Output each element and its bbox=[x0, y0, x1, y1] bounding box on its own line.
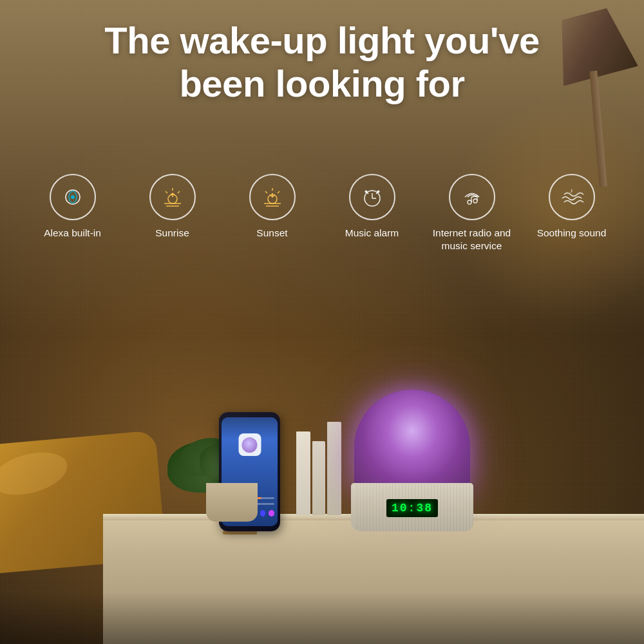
features-row: Alexa built-in Sunrise bbox=[0, 174, 644, 252]
sunrise-icon bbox=[160, 185, 185, 209]
alexa-icon-circle bbox=[50, 174, 96, 220]
alexa-icon bbox=[61, 185, 85, 209]
main-heading: The wake-up light you've been looking fo… bbox=[52, 19, 592, 105]
music-alarm-label: Music alarm bbox=[345, 227, 399, 240]
wakeup-light-device: 10:38 bbox=[348, 390, 477, 531]
svg-point-3 bbox=[71, 195, 75, 199]
soothing-sound-label: Soothing sound bbox=[537, 227, 607, 240]
alexa-label: Alexa built-in bbox=[44, 227, 101, 240]
sunrise-icon-circle bbox=[149, 174, 196, 220]
heading-line2: been looking for bbox=[179, 62, 464, 104]
phone-app-globe-icon bbox=[242, 437, 258, 453]
clock-display: 10:38 bbox=[386, 499, 438, 517]
pillow-highlight bbox=[0, 445, 72, 502]
svg-line-7 bbox=[178, 191, 180, 193]
sunset-icon bbox=[260, 185, 285, 209]
svg-point-26 bbox=[473, 199, 477, 203]
phone-app-icon bbox=[238, 433, 261, 456]
color-dot-blue bbox=[260, 510, 266, 516]
internet-radio-label: Internet radio and music service bbox=[422, 227, 522, 252]
book-3 bbox=[327, 422, 341, 515]
color-dot-purple bbox=[269, 510, 274, 516]
sunset-label: Sunset bbox=[256, 227, 287, 240]
feature-sunrise: Sunrise bbox=[122, 174, 222, 240]
radio-icon bbox=[460, 185, 484, 209]
heading-line1: The wake-up light you've bbox=[104, 19, 539, 61]
page-container: The wake-up light you've been looking fo… bbox=[0, 0, 644, 644]
book-2 bbox=[312, 441, 325, 515]
light-base: 10:38 bbox=[351, 483, 473, 531]
feature-music-alarm: Music alarm bbox=[322, 174, 422, 240]
heading-section: The wake-up light you've been looking fo… bbox=[0, 19, 644, 105]
svg-line-14 bbox=[278, 191, 279, 193]
feature-alexa: Alexa built-in bbox=[23, 174, 122, 240]
svg-line-13 bbox=[265, 191, 267, 193]
soothing-icon-circle: ♪ bbox=[549, 174, 595, 220]
soothing-icon: ♪ bbox=[560, 185, 584, 209]
svg-point-23 bbox=[365, 191, 367, 193]
svg-line-6 bbox=[166, 191, 167, 193]
feature-sunset: Sunset bbox=[222, 174, 322, 240]
alarm-icon bbox=[360, 185, 384, 209]
svg-point-25 bbox=[468, 200, 471, 204]
svg-point-24 bbox=[377, 191, 379, 193]
feature-soothing-sound: ♪ Soothing sound bbox=[522, 174, 621, 240]
sunset-icon-circle bbox=[249, 174, 296, 220]
feature-internet-radio: Internet radio and music service bbox=[422, 174, 522, 252]
sunrise-label: Sunrise bbox=[155, 227, 189, 240]
plant-pot bbox=[206, 483, 258, 522]
books bbox=[296, 422, 341, 515]
scene: 10:38 bbox=[0, 309, 644, 644]
book-1 bbox=[296, 431, 310, 515]
radio-icon-circle bbox=[449, 174, 495, 220]
alarm-icon-circle bbox=[349, 174, 395, 220]
floor-shadow bbox=[0, 592, 644, 644]
svg-text:♪: ♪ bbox=[570, 187, 573, 194]
